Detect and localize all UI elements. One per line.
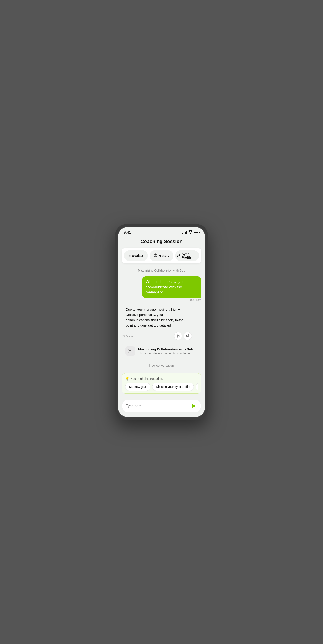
status-bar: 9:41 xyxy=(118,227,205,236)
user-message-time: 09:24 am xyxy=(190,298,201,302)
suggestions-box: 💡 You might interested in: Set new goal … xyxy=(122,373,201,394)
goals-icon: ≡ xyxy=(129,254,131,258)
phone-screen: 9:41 C xyxy=(118,227,205,417)
session-card[interactable]: Maximizing Collaboration with Bob The se… xyxy=(122,343,201,359)
session-card-sub: The session focused on understanding a..… xyxy=(138,352,193,355)
suggestion-how-improve[interactable]: How impro... xyxy=(196,383,198,391)
battery-icon xyxy=(194,231,199,234)
tab-sync-label: Sync Profile xyxy=(182,252,197,259)
bot-message-footer: 09:24 am xyxy=(122,332,192,340)
page-title: Coaching Session xyxy=(118,236,205,248)
status-icons xyxy=(182,230,199,234)
suggestion-chips: Set new goal Discuss your sync profile H… xyxy=(125,383,198,391)
bot-message-container: Due to your manager having a highly Deci… xyxy=(122,304,201,340)
hint-icon: 💡 xyxy=(125,376,129,380)
send-icon xyxy=(192,404,196,408)
thumbs-down-button[interactable] xyxy=(184,332,192,340)
session-card-text: Maximizing Collaboration with Bob The se… xyxy=(138,347,193,355)
suggestions-hint: 💡 You might interested in: xyxy=(125,376,198,380)
feedback-buttons xyxy=(174,332,192,340)
hint-text: You might interested in: xyxy=(131,377,163,380)
user-message-container: What is the best way to communicate with… xyxy=(131,276,201,302)
input-area xyxy=(118,397,205,417)
thumbs-up-button[interactable] xyxy=(174,332,182,340)
session-card-title: Maximizing Collaboration with Bob xyxy=(138,347,193,351)
wifi-icon xyxy=(188,230,192,234)
user-message: What is the best way to communicate with… xyxy=(142,276,201,298)
main-content: Coaching Session ≡ Goals 3 History xyxy=(118,236,205,417)
input-wrapper xyxy=(122,400,201,412)
suggestion-sync-profile[interactable]: Discuss your sync profile xyxy=(152,383,194,391)
message-input[interactable] xyxy=(126,404,190,408)
bot-message-time: 09:24 am xyxy=(122,335,133,338)
sync-icon xyxy=(177,254,180,258)
tab-goals[interactable]: ≡ Goals 3 xyxy=(124,250,148,261)
tab-sync[interactable]: Sync Profile xyxy=(175,250,199,261)
tab-history-label: History xyxy=(159,254,169,258)
signal-icon xyxy=(182,231,187,234)
svg-point-1 xyxy=(178,254,179,255)
tab-bar: ≡ Goals 3 History xyxy=(122,248,201,264)
new-conversation-label: New conversation xyxy=(122,364,201,367)
send-button[interactable] xyxy=(190,402,198,410)
tab-history[interactable]: History xyxy=(150,250,173,261)
chat-area: Maximizing Collaboration with Bob What i… xyxy=(118,264,205,397)
bot-message: Due to your manager having a highly Deci… xyxy=(122,304,192,331)
status-time: 9:41 xyxy=(124,230,131,235)
phone-frame: 9:41 C xyxy=(115,224,208,420)
session-card-icon xyxy=(125,346,135,356)
svg-rect-2 xyxy=(128,349,132,353)
history-icon xyxy=(154,254,157,258)
session-section-label: Maximizing Collaboration with Bob xyxy=(122,269,201,272)
tab-goals-label: Goals 3 xyxy=(132,254,143,258)
suggestion-set-goal[interactable]: Set new goal xyxy=(125,383,150,391)
